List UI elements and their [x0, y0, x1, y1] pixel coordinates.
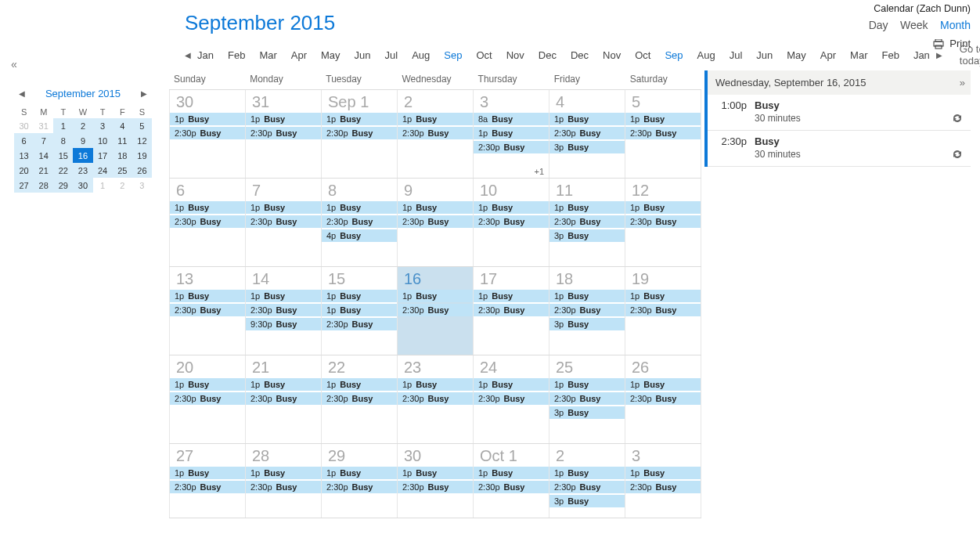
calendar-event[interactable]: 2:30p Busy	[625, 481, 701, 493]
mini-day-cell[interactable]: 9	[73, 133, 92, 148]
calendar-event[interactable]: 1p Busy	[549, 290, 625, 302]
month-strip-feb[interactable]: Feb	[228, 49, 245, 61]
mini-day-cell[interactable]: 7	[34, 133, 53, 148]
go-to-today-button[interactable]: Go to today	[960, 43, 980, 67]
calendar-event[interactable]: 8a Busy	[474, 113, 549, 125]
calendar-event[interactable]: 1p Busy	[474, 378, 549, 391]
calendar-event[interactable]: 2:30p Busy	[549, 215, 625, 228]
calendar-event[interactable]: 1p Busy	[170, 113, 245, 125]
month-strip-apr[interactable]: Apr	[291, 49, 307, 61]
calendar-event[interactable]: 2:30p Busy	[625, 127, 701, 139]
mini-day-cell[interactable]: 19	[132, 148, 152, 163]
calendar-event[interactable]: 4p Busy	[322, 229, 397, 242]
month-strip-may[interactable]: May	[321, 49, 340, 61]
month-strip-jul[interactable]: Jul	[385, 49, 398, 61]
day-cell[interactable]: Sep 11p Busy2:30p Busy	[322, 90, 398, 178]
day-cell[interactable]: 161p Busy2:30p Busy	[398, 267, 474, 355]
mini-day-cell[interactable]: 30	[14, 118, 34, 133]
mini-day-cell[interactable]: 31	[34, 118, 53, 133]
calendar-event[interactable]: 2:30p Busy	[398, 304, 473, 316]
mini-day-cell[interactable]: 14	[34, 148, 53, 163]
calendar-event[interactable]: 2:30p Busy	[474, 304, 549, 316]
month-strip-dec[interactable]: Dec	[539, 49, 557, 61]
calendar-event[interactable]: 2:30p Busy	[246, 304, 321, 316]
day-cell[interactable]: 231p Busy2:30p Busy	[398, 355, 474, 443]
calendar-event[interactable]: 1p Busy	[170, 290, 245, 302]
mini-day-cell[interactable]: 30	[73, 178, 92, 193]
calendar-event[interactable]: 3p Busy	[549, 141, 625, 153]
mini-day-cell[interactable]: 3	[93, 118, 113, 133]
day-cell[interactable]: 181p Busy2:30p Busy3p Busy	[549, 267, 625, 355]
month-strip-feb[interactable]: Feb	[881, 49, 899, 61]
mini-prev-month-icon[interactable]: ◀	[19, 89, 25, 98]
mini-day-cell[interactable]: 15	[53, 148, 73, 163]
calendar-event[interactable]: 2:30p Busy	[549, 127, 625, 139]
calendar-event[interactable]: 3p Busy	[549, 229, 625, 242]
month-strip-mar[interactable]: Mar	[259, 49, 276, 61]
calendar-event[interactable]: 2:30p Busy	[474, 141, 549, 153]
calendar-event[interactable]: 1p Busy	[549, 467, 625, 479]
mini-day-cell[interactable]: 1	[53, 118, 73, 133]
mini-day-cell[interactable]: 24	[93, 163, 113, 178]
calendar-event[interactable]: 2:30p Busy	[322, 481, 397, 493]
calendar-event[interactable]: 1p Busy	[549, 378, 625, 391]
month-strip-nov[interactable]: Nov	[506, 49, 524, 61]
calendar-event[interactable]: 2:30p Busy	[625, 392, 701, 405]
calendar-event[interactable]: 2:30p Busy	[474, 481, 549, 493]
month-strip-sep[interactable]: Sep	[665, 49, 683, 61]
day-cell[interactable]: 281p Busy2:30p Busy	[246, 444, 322, 518]
mini-day-cell[interactable]: 2	[113, 178, 132, 193]
calendar-event[interactable]: 2:30p Busy	[246, 127, 321, 139]
calendar-event[interactable]: 2:30p Busy	[398, 481, 473, 493]
day-cell[interactable]: 21p Busy2:30p Busy3p Busy	[549, 444, 625, 518]
month-strip-jan[interactable]: Jan	[197, 49, 214, 61]
mini-day-cell[interactable]: 21	[34, 163, 53, 178]
month-strip-jun[interactable]: Jun	[756, 49, 773, 61]
month-strip-nov[interactable]: Nov	[603, 49, 621, 61]
mini-day-cell[interactable]: 12	[132, 133, 152, 148]
calendar-event[interactable]: 2:30p Busy	[398, 127, 473, 139]
day-cell[interactable]: 291p Busy2:30p Busy	[322, 444, 398, 518]
month-strip-sep[interactable]: Sep	[444, 49, 462, 61]
mini-day-cell[interactable]: 28	[34, 178, 53, 193]
mini-day-cell[interactable]: 3	[132, 178, 152, 193]
month-strip-jul[interactable]: Jul	[730, 49, 743, 61]
day-cell[interactable]: 41p Busy2:30p Busy3p Busy	[549, 90, 625, 178]
calendar-event[interactable]: 2:30p Busy	[625, 215, 701, 228]
day-cell[interactable]: 71p Busy2:30p Busy	[246, 179, 322, 266]
month-strip-jan[interactable]: Jan	[913, 49, 930, 61]
calendar-event[interactable]: 2:30p Busy	[246, 481, 321, 493]
calendar-event[interactable]: 1p Busy	[398, 113, 473, 125]
calendar-event[interactable]: 1p Busy	[625, 467, 701, 479]
month-strip-dec[interactable]: Dec	[571, 49, 589, 61]
day-cell[interactable]: 38a Busy1p Busy2:30p Busy+1	[474, 90, 549, 178]
calendar-event[interactable]: 1p Busy	[549, 113, 625, 125]
calendar-event[interactable]: 1p Busy	[398, 201, 473, 214]
calendar-event[interactable]: 1p Busy	[322, 201, 397, 214]
mini-day-cell[interactable]: 4	[113, 118, 132, 133]
mini-day-cell[interactable]: 13	[14, 148, 34, 163]
day-cell[interactable]: 121p Busy2:30p Busy	[625, 179, 701, 266]
mini-day-cell[interactable]: 1	[93, 178, 113, 193]
calendar-event[interactable]: 1p Busy	[170, 378, 245, 391]
calendar-event[interactable]: 1p Busy	[246, 378, 321, 391]
mini-day-cell[interactable]: 27	[14, 178, 34, 193]
mini-day-cell[interactable]: 2	[73, 118, 92, 133]
calendar-event[interactable]: 1p Busy	[322, 467, 397, 479]
calendar-event[interactable]: 1p Busy	[625, 201, 701, 214]
mini-day-cell[interactable]: 8	[53, 133, 73, 148]
day-cell[interactable]: 201p Busy2:30p Busy	[169, 355, 246, 443]
calendar-event[interactable]: 1p Busy	[625, 290, 701, 302]
calendar-event[interactable]: 1p Busy	[322, 290, 397, 302]
calendar-event[interactable]: 2:30p Busy	[549, 304, 625, 316]
day-cell[interactable]: 221p Busy2:30p Busy	[322, 355, 398, 443]
day-cell[interactable]: 111p Busy2:30p Busy3p Busy	[549, 179, 625, 266]
day-cell[interactable]: 241p Busy2:30p Busy	[474, 355, 549, 443]
month-strip-jun[interactable]: Jun	[355, 49, 371, 61]
calendar-event[interactable]: 2:30p Busy	[170, 215, 245, 228]
calendar-event[interactable]: 1p Busy	[549, 201, 625, 214]
mini-day-cell[interactable]: 11	[113, 133, 132, 148]
month-strip-mar[interactable]: Mar	[850, 49, 867, 61]
mini-calendar-title[interactable]: September 2015	[45, 88, 121, 99]
calendar-event[interactable]: 3p Busy	[549, 495, 625, 507]
